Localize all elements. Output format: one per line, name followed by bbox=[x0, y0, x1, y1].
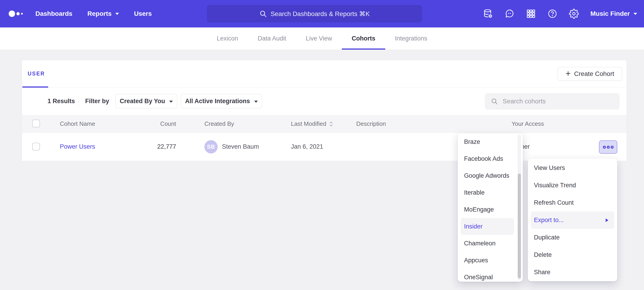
created-by-filter-dropdown[interactable]: Created By You bbox=[115, 94, 177, 108]
export-submenu: BrazeFacebook AdsGoogle AdwordsIterableM… bbox=[458, 133, 523, 282]
search-icon bbox=[259, 10, 267, 18]
menu-item-iterable[interactable]: Iterable bbox=[460, 184, 514, 201]
column-description[interactable]: Description bbox=[356, 115, 386, 133]
cohort-name-link[interactable]: Power Users bbox=[60, 133, 95, 161]
data-settings-icon[interactable] bbox=[483, 9, 493, 19]
menu-item-export-to[interactable]: Export to... bbox=[531, 211, 614, 229]
settings-gear-icon[interactable] bbox=[569, 9, 579, 19]
subnav-tab-lexicon[interactable]: Lexicon bbox=[207, 28, 248, 50]
search-icon bbox=[491, 98, 498, 105]
nav-dashboards[interactable]: Dashboards bbox=[36, 10, 72, 17]
row-actions-button[interactable] bbox=[599, 140, 617, 154]
top-navigation: Dashboards Reports Users Search Dashboar… bbox=[0, 0, 644, 28]
chevron-down-icon bbox=[169, 101, 173, 103]
menu-item-refresh-count[interactable]: Refresh Count bbox=[531, 194, 614, 211]
plus-icon: + bbox=[566, 69, 570, 78]
sort-icon bbox=[329, 121, 333, 127]
select-all-checkbox[interactable] bbox=[32, 120, 40, 127]
integrations-filter-value: All Active Integrations bbox=[185, 98, 250, 105]
cohort-search-placeholder: Search cohorts bbox=[503, 98, 546, 105]
column-count[interactable]: Count bbox=[136, 115, 176, 133]
menu-item-appcues[interactable]: Appcues bbox=[460, 252, 514, 269]
filter-bar: 1 Results Filter by Created By You All A… bbox=[22, 87, 627, 115]
column-created-by[interactable]: Created By bbox=[204, 115, 234, 133]
row-context-menu: View UsersVisualize TrendRefresh CountEx… bbox=[528, 158, 617, 281]
nav-reports[interactable]: Reports bbox=[88, 10, 119, 17]
project-name: Music Finder bbox=[590, 10, 630, 17]
menu-item-braze[interactable]: Braze bbox=[460, 133, 514, 150]
chevron-down-icon bbox=[254, 101, 258, 103]
menu-item-insider[interactable]: Insider bbox=[460, 218, 514, 235]
feedback-icon[interactable] bbox=[504, 9, 514, 19]
menu-item-duplicate[interactable]: Duplicate bbox=[531, 229, 614, 246]
table-row: Power Users 22,777 SB Steven Baum Jan 6,… bbox=[22, 133, 627, 161]
menu-item-onesignal[interactable]: OneSignal bbox=[460, 269, 514, 282]
subnav-tab-data-audit[interactable]: Data Audit bbox=[248, 28, 296, 50]
cohort-search-input[interactable]: Search cohorts bbox=[485, 93, 620, 109]
ellipsis-circle-icon bbox=[607, 146, 610, 149]
tab-user[interactable]: USER bbox=[22, 60, 48, 87]
screen: Dashboards Reports Users Search Dashboar… bbox=[0, 0, 644, 290]
created-by-filter-value: Created By You bbox=[120, 98, 165, 105]
subnav-tab-integrations[interactable]: Integrations bbox=[385, 28, 437, 50]
avatar: SB bbox=[204, 140, 218, 154]
menu-item-chameleon[interactable]: Chameleon bbox=[460, 235, 514, 252]
global-search-input[interactable]: Search Dashboards & Reports ⌘K bbox=[207, 5, 422, 22]
create-cohort-button[interactable]: + Create Cohort bbox=[558, 67, 622, 81]
last-modified-date: Jan 6, 2021 bbox=[291, 133, 323, 161]
cohort-count: 22,777 bbox=[136, 133, 176, 161]
apps-grid-icon[interactable] bbox=[526, 9, 536, 19]
column-last-modified-label: Last Modified bbox=[291, 115, 326, 133]
logo-dots-icon bbox=[8, 9, 25, 18]
menu-item-view-users[interactable]: View Users bbox=[531, 159, 614, 177]
ellipsis-circle-icon bbox=[603, 146, 606, 149]
cohorts-panel: USER + Create Cohort 1 Results Filter by… bbox=[22, 60, 627, 161]
row-checkbox[interactable] bbox=[32, 143, 40, 151]
menu-item-share[interactable]: Share bbox=[531, 263, 614, 281]
integrations-filter-dropdown[interactable]: All Active Integrations bbox=[181, 94, 262, 108]
submenu-arrow-icon bbox=[606, 218, 608, 222]
global-search-placeholder: Search Dashboards & Reports ⌘K bbox=[270, 10, 370, 18]
menu-item-visualize-trend[interactable]: Visualize Trend bbox=[531, 177, 614, 194]
column-cohort-name[interactable]: Cohort Name bbox=[60, 115, 95, 133]
project-switcher[interactable]: Music Finder bbox=[590, 10, 637, 17]
divider bbox=[78, 95, 78, 107]
chevron-down-icon bbox=[115, 13, 119, 15]
menu-item-facebook-ads[interactable]: Facebook Ads bbox=[460, 150, 514, 167]
nav-reports-label: Reports bbox=[88, 10, 112, 17]
results-count: 1 Results bbox=[48, 87, 75, 115]
secondary-navigation: LexiconData AuditLive ViewCohortsIntegra… bbox=[0, 28, 644, 50]
subnav-tabs: LexiconData AuditLive ViewCohortsIntegra… bbox=[207, 28, 437, 50]
cohort-type-tabbar: USER + Create Cohort bbox=[22, 60, 627, 87]
mixpanel-logo[interactable] bbox=[8, 9, 26, 19]
menu-item-delete[interactable]: Delete bbox=[531, 246, 614, 263]
column-last-modified[interactable]: Last Modified bbox=[291, 115, 333, 133]
chevron-down-icon bbox=[634, 13, 637, 15]
subnav-tab-live-view[interactable]: Live View bbox=[296, 28, 342, 50]
help-icon[interactable] bbox=[548, 9, 558, 19]
topnav-right: Music Finder bbox=[483, 0, 637, 28]
create-cohort-label: Create Cohort bbox=[574, 70, 614, 78]
menu-item-google-adwords[interactable]: Google Adwords bbox=[460, 167, 514, 184]
ellipsis-circle-icon bbox=[611, 146, 614, 149]
subnav-tab-cohorts[interactable]: Cohorts bbox=[342, 28, 385, 50]
menu-item-moengage[interactable]: MoEngage bbox=[460, 201, 514, 218]
primary-nav-links: Dashboards Reports Users bbox=[36, 0, 152, 28]
column-your-access[interactable]: Your Access bbox=[512, 115, 544, 133]
nav-users[interactable]: Users bbox=[134, 10, 152, 17]
table-header: Cohort Name Count Created By Last Modifi… bbox=[22, 115, 627, 133]
filter-by-label: Filter by bbox=[85, 87, 109, 115]
scrollbar-thumb[interactable] bbox=[518, 174, 521, 278]
created-by-name: Steven Baum bbox=[222, 133, 259, 161]
